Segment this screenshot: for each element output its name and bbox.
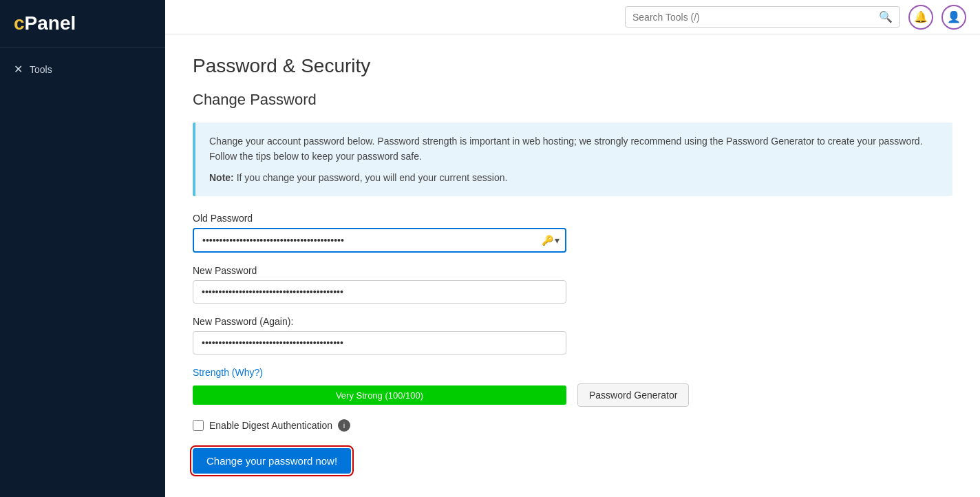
digest-auth-checkbox[interactable] [193,420,204,431]
old-password-label: Old Password [193,213,952,224]
sidebar-logo: cPanel [0,0,165,47]
password-toggle-button[interactable]: 🔑 ▾ [542,235,560,246]
strength-section: Strength (Why?) Very Strong (100/100) Pa… [193,367,952,407]
content: Password & Security Change Password Chan… [165,34,980,497]
why-link[interactable]: Why? [235,367,259,378]
digest-auth-row: Enable Digest Authentication i [193,419,952,432]
new-password-again-label: New Password (Again): [193,316,952,327]
user-icon: 👤 [947,10,961,23]
new-password-group: New Password [193,265,952,304]
digest-auth-label: Enable Digest Authentication [209,420,332,431]
main-container: 🔍 🔔 👤 Password & Security Change Passwor… [165,0,980,497]
strength-row: Very Strong (100/100) Password Generator [193,383,952,407]
note-prefix: Note: [209,172,234,183]
sidebar-item-tools-label: Tools [30,64,52,75]
tools-icon: ✕ [14,63,23,76]
strength-bar: Very Strong (100/100) [193,385,566,405]
new-password-again-group: New Password (Again): [193,316,952,355]
sidebar-item-tools[interactable]: ✕ Tools [0,56,165,83]
strength-bar-fill: Very Strong (100/100) [193,385,566,405]
search-button[interactable]: 🔍 [879,10,893,23]
info-box: Change your account password below. Pass… [193,123,952,196]
new-password-again-input[interactable] [193,331,566,355]
sidebar: cPanel ✕ Tools [0,0,165,497]
sidebar-nav: ✕ Tools [0,47,165,91]
info-box-note: Note: If you change your password, you w… [209,170,939,185]
header: 🔍 🔔 👤 [165,0,980,34]
new-password-label: New Password [193,265,952,276]
search-container: 🔍 [625,6,900,28]
strength-bar-text: Very Strong (100/100) [336,390,423,401]
toggle-chevron: ▾ [555,235,560,246]
strength-label-text: Strength ( [193,367,235,378]
change-password-button[interactable]: Change your password now! [193,448,351,474]
notification-icon: 🔔 [914,10,928,23]
strength-label: Strength (Why?) [193,367,952,378]
notification-button[interactable]: 🔔 [908,5,933,30]
logo: cPanel [14,12,151,34]
new-password-input[interactable] [193,280,566,304]
page-title: Password & Security [193,55,952,77]
digest-auth-info-icon[interactable]: i [338,419,350,432]
old-password-wrapper: 🔑 ▾ [193,228,566,253]
user-menu-button[interactable]: 👤 [941,5,966,30]
old-password-input[interactable] [194,229,565,251]
info-box-main-text: Change your account password below. Pass… [209,134,939,165]
old-password-group: Old Password 🔑 ▾ [193,213,952,253]
key-icon: 🔑 [542,235,553,246]
note-text: If you change your password, you will en… [237,172,508,183]
search-input[interactable] [632,12,873,23]
section-title: Change Password [193,91,952,109]
password-generator-button[interactable]: Password Generator [577,383,689,407]
